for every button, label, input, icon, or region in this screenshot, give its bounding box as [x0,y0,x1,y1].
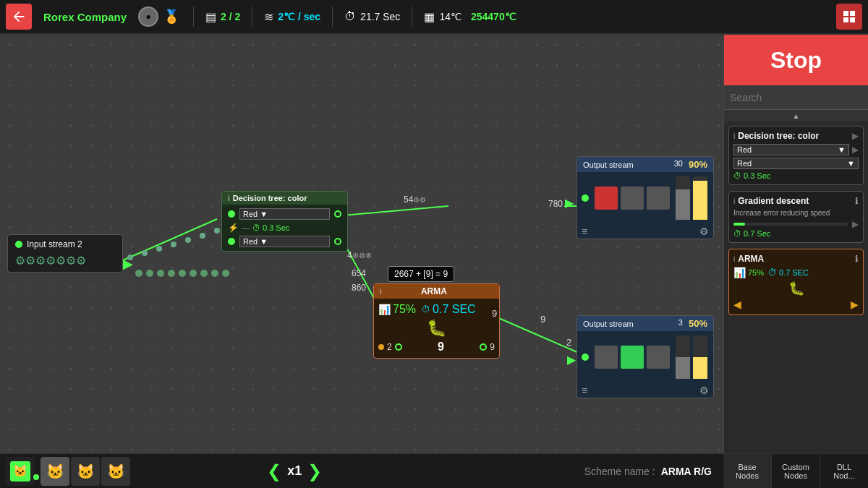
rp-gradient-header: i Gradient descent ℹ [733,196,859,206]
tab-custom-nodes[interactable]: Custom Nodes [772,454,820,488]
rp-node-arma[interactable]: i ARMA ℹ 📊 75% ⏱ 0.7 SEC 🐛 [728,249,864,315]
cat-icon-1[interactable]: 🐱 [41,457,69,486]
search-input[interactable] [730,88,862,107]
tab-dll-sublabel: Nod... [833,471,854,480]
rp-dtree-title: Decision tree: color [738,131,819,141]
rp-arma-time-stat: ⏱ 0.7 SEC [768,267,809,278]
rp-arma-title: ARMA [738,254,764,264]
svg-point-16 [179,270,186,277]
svg-rect-0 [843,11,848,16]
output-stream-bottom-header: Output stream 3 50% [577,316,713,331]
bottom-right-tabs: Base Nodes Custom Nodes DLL Nod... [723,453,868,488]
flow-label-780: 780 ▶ [542,194,579,212]
nodes-icon: ▦ [424,10,435,24]
os-block-green [621,346,644,369]
arma-sec: 0.7 SEC [433,303,476,316]
zoom-out-button[interactable]: ❮ [267,461,281,481]
os-layers-icon[interactable]: ≡ [582,226,587,237]
svg-point-8 [171,241,176,247]
rp-arma-right-arrow[interactable]: ▶ [851,299,859,310]
rp-dtree-dropdown[interactable]: Red▼ [733,144,849,155]
corner-icon[interactable] [836,4,862,30]
output-stream-top[interactable]: Output stream 30 90% [576,156,714,239]
separator [193,7,194,27]
os-top-icons: ≡ ⚙ [577,224,713,239]
output-stream-bottom-body [577,331,713,383]
rp-dtree-dropdown2[interactable]: Red▼ [733,158,859,169]
rp-arma-time: 0.7 SEC [779,268,809,277]
rp-arma-bug-icon: 🐛 [788,281,804,296]
os-settings-icon[interactable]: ⚙ [699,226,709,237]
os-block-gray3 [595,346,618,369]
svg-point-7 [156,246,162,252]
arma-stats-row: 📊 75% ⏱ 0.7 SEC [378,303,495,316]
tab-base-nodes[interactable]: Base Nodes [723,454,772,488]
cat-icon-main[interactable]: 🐱 [6,457,35,486]
currency-value: 254470℃ [471,11,516,22]
rp-gradient-arrow[interactable]: ▶ [852,219,859,229]
os-bottom-connector [582,354,589,361]
rp-arma-pct: 75% [748,268,764,277]
stop-label: Stop [770,47,822,74]
back-button[interactable] [6,4,32,30]
rp-dtree-right-arrow[interactable]: ▶ [852,145,859,155]
scroll-up-button[interactable]: ▲ [724,110,868,121]
input-stream-node[interactable]: Input stream 2 ⚙⚙⚙⚙⚙⚙⚙ [7,234,123,273]
rp-dtree-arrow[interactable]: ▶ [852,131,859,141]
rp-arma-left-arrow[interactable]: ◀ [733,299,741,310]
rp-node-decision-tree[interactable]: i Decision tree: color ▶ Red▼ ▶ Red▼ [728,126,864,185]
decision-tree-node[interactable]: i Decision tree: color Red ▼ ⚡ — ⏱ [221,191,348,252]
decision-tree-dropdown2[interactable]: Red ▼ [239,236,330,247]
svg-point-6 [142,250,148,256]
svg-point-18 [200,270,208,277]
decision-tree-body: Red ▼ ⚡ — ⏱ 0.3 Sec Red [222,205,347,251]
scheme-name-area: Scheme name : ARMA R/G [584,466,723,477]
arma-title-bar: i ARMA [374,284,499,299]
rp-gradient-desc: Increase error reducing speed [733,209,859,217]
rp-arma-pct-stat: 📊 75% [733,267,764,278]
cat-dot [33,474,39,480]
cat-icon-2[interactable]: 🐱 [71,457,100,486]
stop-button[interactable]: Stop [724,35,868,85]
rp-arma-stats: 📊 75% ⏱ 0.7 SEC [733,267,859,278]
os-layers-icon2[interactable]: ≡ [582,385,587,396]
nodes-value: 14℃ [439,11,462,22]
time-value: 21.7 Sec [360,11,400,22]
rp-node-gradient[interactable]: i Gradient descent ℹ Increase error redu… [728,191,864,243]
output-stream-bottom[interactable]: Output stream 3 50% [576,315,714,398]
stream-connector [15,241,22,248]
input-stream-label: Input stream 2 [27,239,82,249]
output-stream-top-num: 30 [674,159,683,170]
cat-icons: 🐱 🐱 🐱 🐱 [0,457,136,486]
medal-star: 🏅 [161,7,182,27]
company-name: Rorex Company [43,11,127,23]
tab-base-label: Base [738,463,756,471]
svg-point-20 [222,270,229,277]
stat-rate: ≋ 2℃ / sec [264,10,320,24]
arma-node[interactable]: i ARMA 📊 75% ⏱ 0.7 SEC 🐛 [373,283,500,359]
svg-point-9 [185,237,191,243]
separator2 [252,7,252,27]
cat-icon-3[interactable]: 🐱 [101,457,130,486]
flow-label-54: 54⚙⚙ [398,192,432,207]
os-settings-icon2[interactable]: ⚙ [699,385,709,396]
scheme-name: ARMA R/G [661,466,712,477]
right-panel: Stop ▲ i Decision tree: color ▶ Red▼ [723,35,868,488]
stat-time: ⏱ 21.7 Sec [344,10,400,23]
svg-rect-3 [850,17,855,22]
output-stream-bottom-num: 3 [678,318,683,329]
tab-dll-label: DLL [837,463,851,471]
svg-point-17 [190,270,197,277]
arma-num3: 9 [490,342,495,352]
output-stream-top-pct: 90% [689,159,707,170]
tab-dll-nodes[interactable]: DLL Nod... [820,454,868,488]
tab-custom-sublabel: Nodes [784,471,807,480]
svg-line-21 [343,206,448,215]
canvas[interactable]: Input stream 2 ⚙⚙⚙⚙⚙⚙⚙ ▶ 54⚙⚙ 780 ▶ 4⚙⚙⚙… [0,35,723,488]
separator4 [412,7,412,27]
svg-point-15 [168,270,175,277]
zoom-in-button[interactable]: ❯ [307,461,322,481]
decision-tree-dropdown[interactable]: Red ▼ [239,208,330,220]
os-top-connector [582,194,589,202]
os-block-red [595,187,618,210]
